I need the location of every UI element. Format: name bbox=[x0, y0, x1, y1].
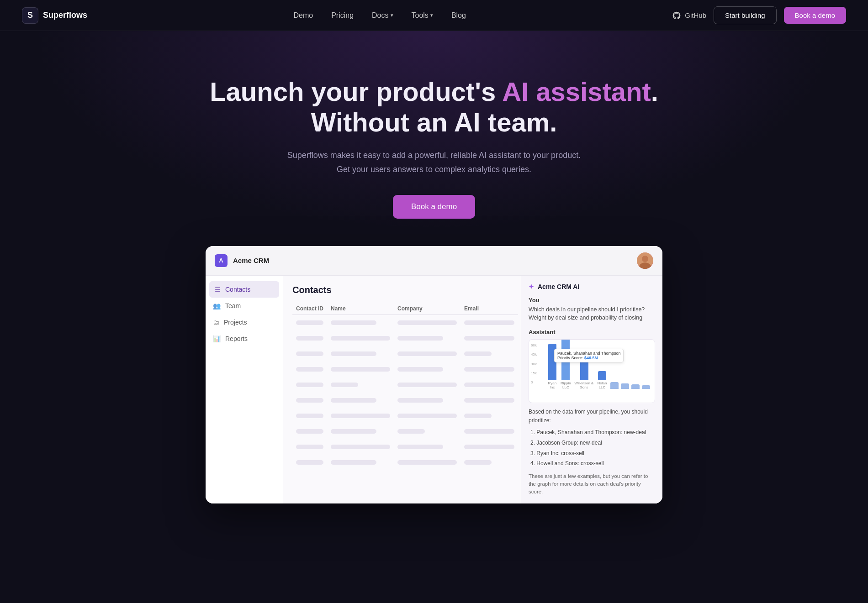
sidebar-item-reports[interactable]: 📊 Reports bbox=[206, 330, 283, 347]
skeleton-cell bbox=[331, 398, 376, 403]
skeleton-cell bbox=[464, 383, 514, 387]
skeleton-cell bbox=[464, 429, 514, 434]
skeleton-cell bbox=[464, 320, 514, 325]
table-row bbox=[292, 362, 518, 377]
bar bbox=[631, 384, 640, 389]
list-item: 1. Paucek, Shanahan and Thompson: new-de… bbox=[530, 428, 655, 438]
hero-title: Launch your product's AI assistant. With… bbox=[22, 77, 846, 137]
hero-subtitle: Superflows makes it easy to add a powerf… bbox=[22, 148, 846, 176]
bar-group bbox=[621, 383, 629, 390]
app-icon: A bbox=[215, 254, 228, 267]
table-row bbox=[292, 346, 518, 362]
start-building-button[interactable]: Start building bbox=[714, 6, 777, 24]
docs-chevron-icon: ▾ bbox=[391, 12, 393, 18]
skeleton-cell bbox=[331, 429, 376, 434]
skeleton-cell bbox=[296, 336, 323, 341]
bar-label: Wilkinson & Sons bbox=[574, 381, 594, 390]
skeleton-cell bbox=[296, 398, 323, 403]
skeleton-cell bbox=[296, 367, 323, 372]
bar-label: Nolan LLC bbox=[596, 381, 608, 390]
ai-panel-header: ✦ Acme CRM AI bbox=[529, 283, 655, 290]
nav-pricing[interactable]: Pricing bbox=[331, 11, 354, 20]
sidebar-item-contacts[interactable]: ☰ Contacts bbox=[209, 281, 279, 298]
sidebar-item-projects[interactable]: 🗂 Projects bbox=[206, 314, 283, 330]
skeleton-cell bbox=[464, 351, 492, 356]
nav-links: Demo Pricing Docs ▾ Tools ▾ Blog bbox=[293, 11, 466, 20]
skeleton-cell bbox=[331, 383, 358, 387]
app-name: Acme CRM bbox=[233, 257, 269, 264]
main-content: Contacts Contact ID Name Company Email bbox=[283, 276, 521, 503]
ai-question: Which deals in our pipeline should I pri… bbox=[529, 305, 655, 323]
bar bbox=[598, 371, 606, 380]
github-link[interactable]: GitHub bbox=[672, 11, 706, 20]
contacts-icon: ☰ bbox=[215, 286, 221, 293]
bar bbox=[621, 383, 629, 389]
skeleton-cell bbox=[296, 351, 323, 356]
navbar: S Superflows Demo Pricing Docs ▾ Tools ▾… bbox=[0, 0, 868, 31]
skeleton-cell bbox=[296, 460, 323, 465]
list-item: 4. Howell and Sons: cross-sell bbox=[530, 459, 655, 469]
skeleton-cell bbox=[331, 367, 390, 372]
nav-actions: GitHub Start building Book a demo bbox=[672, 6, 846, 24]
skeleton-cell bbox=[397, 351, 457, 356]
projects-icon: 🗂 bbox=[213, 319, 219, 326]
skeleton-cell bbox=[296, 414, 323, 418]
logo-text: Superflows bbox=[43, 10, 87, 20]
skeleton-cell bbox=[464, 336, 514, 341]
sidebar: ☰ Contacts 👥 Team 🗂 Projects 📊 Reports bbox=[206, 276, 283, 503]
skeleton-cell bbox=[331, 336, 390, 341]
skeleton-cell bbox=[296, 383, 323, 387]
demo-container: A Acme CRM ☰ Contacts 👥 Team 🗂 Pro bbox=[0, 246, 868, 540]
bar-label: Ryan Inc bbox=[547, 381, 557, 390]
skeleton-cell bbox=[331, 320, 376, 325]
demo-body: ☰ Contacts 👥 Team 🗂 Projects 📊 Reports bbox=[206, 276, 662, 503]
skeleton-cell bbox=[331, 445, 390, 449]
skeleton-cell bbox=[464, 367, 514, 372]
col-contact-id: Contact ID bbox=[292, 303, 327, 315]
logo[interactable]: S Superflows bbox=[22, 7, 87, 24]
skeleton-cell bbox=[331, 460, 376, 465]
skeleton-cell bbox=[397, 429, 425, 434]
skeleton-cell bbox=[397, 367, 443, 372]
ai-panel: ✦ Acme CRM AI You Which deals in our pip… bbox=[521, 276, 662, 503]
ai-response-intro: Based on the data from your pipeline, yo… bbox=[529, 408, 655, 425]
assistant-label: Assistant bbox=[529, 329, 655, 336]
skeleton-cell bbox=[296, 429, 323, 434]
book-demo-nav-button[interactable]: Book a demo bbox=[784, 7, 846, 24]
sparkle-icon: ✦ bbox=[529, 283, 534, 290]
nav-demo[interactable]: Demo bbox=[293, 11, 313, 20]
skeleton-cell bbox=[296, 445, 323, 449]
bar-group: Rippin LLC bbox=[560, 339, 572, 390]
skeleton-cell bbox=[464, 398, 514, 403]
bar bbox=[610, 382, 619, 389]
sidebar-item-team[interactable]: 👥 Team bbox=[206, 298, 283, 314]
nav-tools[interactable]: Tools ▾ bbox=[412, 11, 433, 20]
col-company: Company bbox=[394, 303, 460, 315]
bar bbox=[642, 385, 650, 389]
reports-icon: 📊 bbox=[213, 335, 221, 342]
skeleton-cell bbox=[296, 320, 323, 325]
table-row bbox=[292, 455, 518, 470]
contacts-heading: Contacts bbox=[292, 285, 512, 295]
table-row bbox=[292, 424, 518, 439]
avatar-image bbox=[637, 252, 653, 269]
nav-docs[interactable]: Docs ▾ bbox=[372, 11, 393, 20]
demo-window: A Acme CRM ☰ Contacts 👥 Team 🗂 Pro bbox=[206, 246, 662, 503]
nav-blog[interactable]: Blog bbox=[451, 11, 466, 20]
hero-cta-button[interactable]: Book a demo bbox=[393, 195, 475, 219]
skeleton-cell bbox=[464, 460, 492, 465]
list-item: 2. Jacobson Group: new-deal bbox=[530, 438, 655, 448]
skeleton-cell bbox=[397, 336, 443, 341]
table-row bbox=[292, 315, 518, 330]
skeleton-cell bbox=[331, 351, 376, 356]
skeleton-cell bbox=[331, 414, 390, 418]
demo-titlebar: A Acme CRM bbox=[206, 246, 662, 276]
team-icon: 👥 bbox=[213, 302, 221, 309]
tools-chevron-icon: ▾ bbox=[430, 12, 433, 18]
contacts-table: Contact ID Name Company Email bbox=[292, 303, 518, 470]
skeleton-cell bbox=[397, 414, 457, 418]
bar-group bbox=[642, 385, 650, 390]
bar-label: Rippin LLC bbox=[560, 381, 572, 390]
list-item: 3. Ryan Inc: cross-sell bbox=[530, 449, 655, 459]
bar-group bbox=[610, 382, 619, 390]
